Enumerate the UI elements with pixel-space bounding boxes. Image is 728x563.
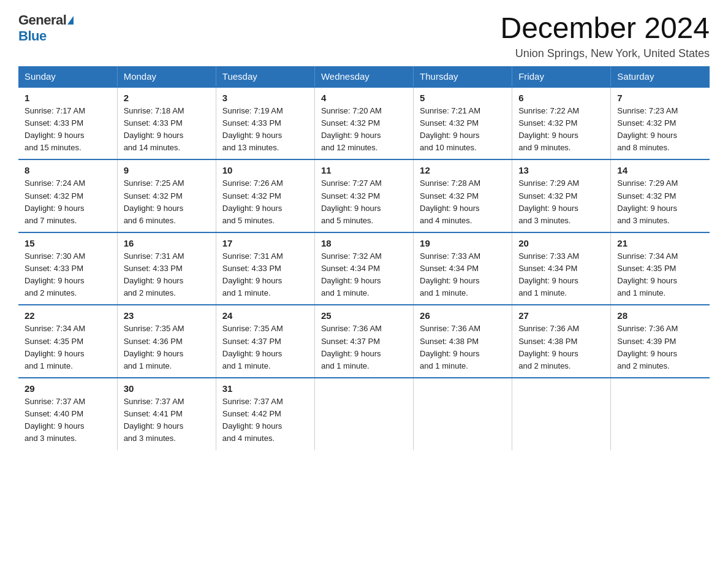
day-number: 31 (222, 383, 308, 394)
day-number: 17 (222, 238, 308, 248)
day-info: Sunrise: 7:31 AMSunset: 4:33 PMDaylight:… (124, 250, 210, 300)
day-number: 18 (321, 238, 407, 248)
day-info: Sunrise: 7:36 AMSunset: 4:39 PMDaylight:… (617, 323, 703, 372)
calendar-cell: 28Sunrise: 7:36 AMSunset: 4:39 PMDayligh… (611, 305, 710, 378)
calendar-table: SundayMondayTuesdayWednesdayThursdayFrid… (18, 66, 710, 450)
day-number: 25 (321, 310, 407, 321)
day-info: Sunrise: 7:29 AMSunset: 4:32 PMDaylight:… (617, 177, 703, 227)
logo-general-text: General (18, 12, 66, 28)
calendar-cell: 4Sunrise: 7:20 AMSunset: 4:32 PMDaylight… (314, 87, 413, 160)
calendar-cell (512, 378, 611, 450)
day-number: 2 (124, 93, 210, 103)
day-number: 16 (124, 238, 210, 248)
day-number: 23 (124, 310, 210, 321)
day-number: 15 (25, 238, 111, 248)
day-info: Sunrise: 7:28 AMSunset: 4:32 PMDaylight:… (420, 177, 506, 227)
day-number: 6 (518, 93, 604, 103)
day-info: Sunrise: 7:36 AMSunset: 4:37 PMDaylight:… (321, 323, 407, 372)
day-info: Sunrise: 7:37 AMSunset: 4:41 PMDaylight:… (124, 396, 210, 445)
day-number: 10 (222, 165, 308, 175)
day-number: 3 (222, 93, 308, 103)
day-number: 9 (124, 165, 210, 175)
calendar-cell: 22Sunrise: 7:34 AMSunset: 4:35 PMDayligh… (18, 305, 117, 378)
calendar-cell: 1Sunrise: 7:17 AMSunset: 4:33 PMDaylight… (18, 87, 117, 160)
calendar-cell: 14Sunrise: 7:29 AMSunset: 4:32 PMDayligh… (611, 159, 710, 232)
location-text: Union Springs, New York, United States (500, 47, 710, 60)
calendar-cell: 18Sunrise: 7:32 AMSunset: 4:34 PMDayligh… (314, 232, 413, 305)
calendar-cell: 26Sunrise: 7:36 AMSunset: 4:38 PMDayligh… (414, 305, 512, 378)
day-info: Sunrise: 7:35 AMSunset: 4:37 PMDaylight:… (222, 323, 308, 372)
weekday-header-tuesday: Tuesday (216, 66, 314, 87)
title-area: December 2024 Union Springs, New York, U… (500, 12, 710, 60)
calendar-cell: 12Sunrise: 7:28 AMSunset: 4:32 PMDayligh… (414, 159, 512, 232)
calendar-cell: 27Sunrise: 7:36 AMSunset: 4:38 PMDayligh… (512, 305, 611, 378)
day-number: 7 (617, 93, 703, 103)
day-info: Sunrise: 7:21 AMSunset: 4:32 PMDaylight:… (420, 105, 506, 155)
calendar-week-5: 29Sunrise: 7:37 AMSunset: 4:40 PMDayligh… (18, 378, 710, 450)
weekday-header-saturday: Saturday (611, 66, 710, 87)
calendar-cell (414, 378, 512, 450)
day-number: 1 (25, 93, 111, 103)
page-header: General Blue December 2024 Union Springs… (18, 12, 710, 60)
calendar-cell: 6Sunrise: 7:22 AMSunset: 4:32 PMDaylight… (512, 87, 611, 160)
calendar-cell: 21Sunrise: 7:34 AMSunset: 4:35 PMDayligh… (611, 232, 710, 305)
calendar-cell: 7Sunrise: 7:23 AMSunset: 4:32 PMDaylight… (611, 87, 710, 160)
day-number: 4 (321, 93, 407, 103)
day-info: Sunrise: 7:29 AMSunset: 4:32 PMDaylight:… (518, 177, 604, 227)
calendar-week-1: 1Sunrise: 7:17 AMSunset: 4:33 PMDaylight… (18, 87, 710, 160)
weekday-header-monday: Monday (117, 66, 216, 87)
calendar-week-4: 22Sunrise: 7:34 AMSunset: 4:35 PMDayligh… (18, 305, 710, 378)
day-number: 13 (518, 165, 604, 175)
calendar-cell: 20Sunrise: 7:33 AMSunset: 4:34 PMDayligh… (512, 232, 611, 305)
day-number: 24 (222, 310, 308, 321)
day-info: Sunrise: 7:19 AMSunset: 4:33 PMDaylight:… (222, 105, 308, 155)
day-info: Sunrise: 7:36 AMSunset: 4:38 PMDaylight:… (518, 323, 604, 372)
calendar-cell: 19Sunrise: 7:33 AMSunset: 4:34 PMDayligh… (414, 232, 512, 305)
day-number: 5 (420, 93, 506, 103)
calendar-cell: 15Sunrise: 7:30 AMSunset: 4:33 PMDayligh… (18, 232, 117, 305)
calendar-cell: 11Sunrise: 7:27 AMSunset: 4:32 PMDayligh… (314, 159, 413, 232)
day-info: Sunrise: 7:32 AMSunset: 4:34 PMDaylight:… (321, 250, 407, 300)
logo-triangle-icon (67, 16, 74, 25)
calendar-cell: 13Sunrise: 7:29 AMSunset: 4:32 PMDayligh… (512, 159, 611, 232)
calendar-cell (314, 378, 413, 450)
weekday-header-wednesday: Wednesday (314, 66, 413, 87)
weekday-header-thursday: Thursday (414, 66, 512, 87)
day-number: 30 (124, 383, 210, 394)
month-title: December 2024 (500, 12, 710, 45)
calendar-cell: 5Sunrise: 7:21 AMSunset: 4:32 PMDaylight… (414, 87, 512, 160)
day-info: Sunrise: 7:33 AMSunset: 4:34 PMDaylight:… (420, 250, 506, 300)
day-info: Sunrise: 7:30 AMSunset: 4:33 PMDaylight:… (25, 250, 111, 300)
day-info: Sunrise: 7:18 AMSunset: 4:33 PMDaylight:… (124, 105, 210, 155)
day-info: Sunrise: 7:17 AMSunset: 4:33 PMDaylight:… (25, 105, 111, 155)
day-number: 27 (518, 310, 604, 321)
day-info: Sunrise: 7:34 AMSunset: 4:35 PMDaylight:… (617, 250, 703, 300)
day-info: Sunrise: 7:26 AMSunset: 4:32 PMDaylight:… (222, 177, 308, 227)
day-info: Sunrise: 7:27 AMSunset: 4:32 PMDaylight:… (321, 177, 407, 227)
day-info: Sunrise: 7:20 AMSunset: 4:32 PMDaylight:… (321, 105, 407, 155)
day-info: Sunrise: 7:31 AMSunset: 4:33 PMDaylight:… (222, 250, 308, 300)
day-number: 12 (420, 165, 506, 175)
day-info: Sunrise: 7:23 AMSunset: 4:32 PMDaylight:… (617, 105, 703, 155)
calendar-cell: 16Sunrise: 7:31 AMSunset: 4:33 PMDayligh… (117, 232, 216, 305)
calendar-cell: 24Sunrise: 7:35 AMSunset: 4:37 PMDayligh… (216, 305, 314, 378)
weekday-header-friday: Friday (512, 66, 611, 87)
calendar-cell: 9Sunrise: 7:25 AMSunset: 4:32 PMDaylight… (117, 159, 216, 232)
logo-blue-text: Blue (18, 28, 47, 44)
calendar-cell: 8Sunrise: 7:24 AMSunset: 4:32 PMDaylight… (18, 159, 117, 232)
calendar-cell: 10Sunrise: 7:26 AMSunset: 4:32 PMDayligh… (216, 159, 314, 232)
day-info: Sunrise: 7:37 AMSunset: 4:40 PMDaylight:… (25, 396, 111, 445)
day-number: 29 (25, 383, 111, 394)
weekday-header-row: SundayMondayTuesdayWednesdayThursdayFrid… (18, 66, 710, 87)
day-number: 14 (617, 165, 703, 175)
day-info: Sunrise: 7:22 AMSunset: 4:32 PMDaylight:… (518, 105, 604, 155)
day-info: Sunrise: 7:36 AMSunset: 4:38 PMDaylight:… (420, 323, 506, 372)
calendar-week-3: 15Sunrise: 7:30 AMSunset: 4:33 PMDayligh… (18, 232, 710, 305)
day-info: Sunrise: 7:34 AMSunset: 4:35 PMDaylight:… (25, 323, 111, 372)
day-info: Sunrise: 7:24 AMSunset: 4:32 PMDaylight:… (25, 177, 111, 227)
calendar-cell: 17Sunrise: 7:31 AMSunset: 4:33 PMDayligh… (216, 232, 314, 305)
day-number: 20 (518, 238, 604, 248)
weekday-header-sunday: Sunday (18, 66, 117, 87)
day-info: Sunrise: 7:33 AMSunset: 4:34 PMDaylight:… (518, 250, 604, 300)
day-number: 11 (321, 165, 407, 175)
